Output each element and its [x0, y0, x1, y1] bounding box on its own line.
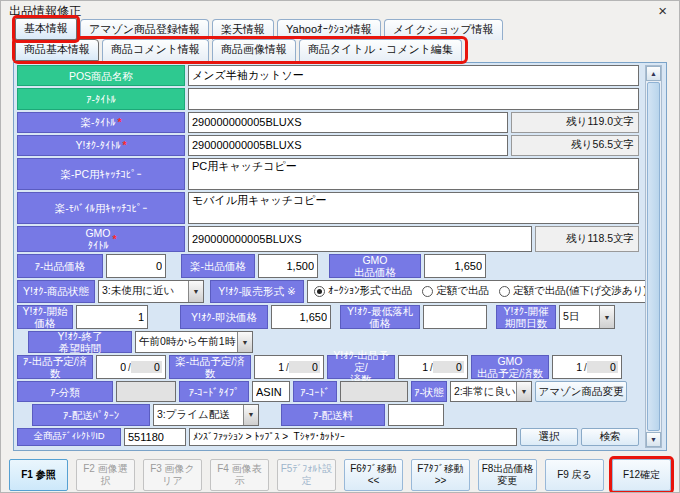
directory-id-input[interactable] [124, 428, 186, 446]
amazon-code-type-input[interactable] [252, 381, 290, 402]
yahoo-start-price-label: Y!ｵｸ-開始価格 [17, 305, 73, 329]
amazon-code-row: ｱ-分類 ｱ-ｺｰﾄﾞﾀｲﾌﾟ ｱ-ｺｰﾄﾞ ｱ-状態 2:非常に良い ▼ アマ… [17, 381, 639, 402]
gmo-price-input[interactable] [424, 254, 486, 278]
scrollbar-thumb[interactable] [647, 82, 660, 431]
f9-back-button[interactable]: F9 戻る [545, 459, 604, 491]
yahoo-done-input[interactable] [433, 361, 464, 373]
tab-product-image[interactable]: 商品画像情報 [212, 39, 296, 61]
amazon-shipping-fee-label: ｱ-配送料 [281, 404, 385, 425]
yahoo-auction-title-label: Y!ｵｸ-ﾀｲﾄﾙ* [17, 135, 185, 156]
amazon-price-input[interactable] [106, 254, 166, 278]
rakuten-planned-input[interactable] [255, 361, 286, 373]
scroll-up-button[interactable]: ▲ [646, 66, 661, 81]
f3-image-clear-button[interactable]: F3 画像クリア [143, 459, 202, 491]
gmo-title-input[interactable] [188, 226, 532, 252]
tab-yahoo-auction[interactable]: Yahooｵｰｸｼｮﾝ情報 [277, 19, 381, 40]
rakuten-price-input[interactable] [258, 254, 318, 278]
amazon-category-input[interactable] [116, 381, 176, 402]
gmo-done-input[interactable] [587, 361, 618, 373]
directory-path-input[interactable] [189, 428, 517, 446]
yahoo-auction-title-row: Y!ｵｸ-ﾀｲﾄﾙ* 残り56.5文字 [17, 135, 639, 156]
chevron-down-icon[interactable]: ▼ [243, 405, 258, 424]
pos-product-name-row: POS商品名称 [17, 65, 639, 86]
tab-product-comment[interactable]: 商品コメント情報 [102, 39, 209, 61]
yahoo-buyout-price-input[interactable] [271, 305, 331, 329]
amazon-done-input[interactable] [131, 361, 162, 373]
f6-tab-move-back-button[interactable]: F6ﾀﾌﾞ移動<< [344, 459, 403, 491]
radio-icon[interactable] [422, 286, 433, 297]
amazon-planned-label: ｱ-出品予定/済数 [17, 355, 93, 379]
pos-product-name-input[interactable] [188, 65, 639, 86]
fixed-price-negotiable-radio-option[interactable]: 定額で出品(値下げ交渉あり) [499, 284, 647, 298]
tab-basic-info[interactable]: 基本情報 [15, 18, 77, 40]
yahoo-condition-saletype-row: Y!ｵｸ-商品状態 3:未使用に近い ▼ Y!ｵｸ-販売形式 ※ ｵｰｸｼｮﾝ形… [17, 280, 639, 303]
tab-product-basic[interactable]: 商品基本情報 [15, 39, 99, 61]
yahoo-planned-pair: / [398, 355, 468, 379]
required-asterisk: * [122, 139, 126, 151]
fixed-price-radio-option[interactable]: 定額で出品 [422, 284, 489, 298]
amazon-shipping-pattern-select[interactable]: 3:プライム配送 ▼ [153, 404, 259, 425]
scroll-down-button[interactable]: ▼ [646, 432, 661, 447]
yahoo-start-price-input[interactable] [76, 305, 148, 329]
yahoo-prices-row: Y!ｵｸ-開始価格 Y!ｵｸ-即決価格 Y!ｵｸ-最低落札価格 Y!ｵｸ-開催期… [17, 305, 639, 329]
auction-format-radio-option[interactable]: ｵｰｸｼｮﾝ形式で出品 [314, 284, 412, 298]
tab-amazon-product-registration[interactable]: アマゾン商品登録情報 [80, 19, 209, 40]
required-asterisk: * [117, 116, 121, 128]
pos-product-name-label: POS商品名称 [17, 65, 185, 86]
tab-rakuten[interactable]: 楽天情報 [212, 19, 274, 40]
yahoo-min-bid-price-input[interactable] [423, 305, 487, 329]
yahoo-condition-select[interactable]: 3:未使用に近い ▼ [98, 280, 204, 303]
planned-counts-row: ｱ-出品予定/済数 / 楽-出品予定/済数 / Y!ｵｸ-出品予定/ 済数 / … [17, 355, 639, 379]
gmo-planned-input[interactable] [553, 361, 584, 373]
gmo-title-row: GMO ﾀｲﾄﾙ* 残り118.5文字 [17, 226, 639, 252]
yahoo-duration-days-select[interactable]: 5日 ▼ [559, 305, 615, 329]
f2-image-select-button[interactable]: F2 画像選択 [76, 459, 135, 491]
amazon-condition-label: ｱ-状態 [411, 381, 447, 402]
select-button[interactable]: 選択 [520, 428, 578, 446]
f12-confirm-button[interactable]: F12確定 [612, 459, 671, 491]
vertical-scrollbar[interactable]: ▲ ▼ [645, 65, 662, 448]
rakuten-pc-catchcopy-textarea[interactable]: PC用キャッチコピー [188, 158, 639, 190]
chevron-down-icon[interactable]: ▼ [188, 281, 203, 302]
rakuten-done-input[interactable] [289, 361, 320, 373]
yahoo-end-time-row: Y!ｵｸ-終了 希望時間 午前0時から午前1時 ▼ [17, 331, 639, 353]
rakuten-title-input[interactable] [188, 112, 508, 133]
rakuten-mobile-catchcopy-textarea[interactable]: モバイル用キャッチコピー [188, 192, 639, 224]
gmo-title-label: GMO ﾀｲﾄﾙ* [17, 226, 185, 252]
f5-default-settings-button[interactable]: F5ﾃﾞﾌｫﾙﾄ設定 [277, 459, 336, 491]
chevron-down-icon[interactable]: ▼ [516, 382, 531, 401]
search-button[interactable]: 検索 [581, 428, 639, 446]
yahoo-condition-label: Y!ｵｸ-商品状態 [17, 280, 95, 303]
gmo-planned-pair: / [552, 355, 622, 379]
chevron-down-icon[interactable]: ▼ [599, 306, 614, 328]
yahoo-end-time-select[interactable]: 午前0時から午前1時 ▼ [135, 331, 253, 353]
yahoo-planned-label: Y!ｵｸ-出品予定/ 済数 [327, 355, 395, 379]
rakuten-planned-label: 楽-出品予定/済数 [169, 355, 251, 379]
tab-makeshop[interactable]: メイクショップ情報 [384, 19, 503, 40]
f4-image-show-button[interactable]: F4 画像表示 [210, 459, 269, 491]
tab-product-title-comment-edit[interactable]: 商品タイトル・コメント編集 [299, 39, 462, 61]
amazon-title-input[interactable] [188, 88, 639, 109]
close-icon[interactable]: × [656, 4, 669, 18]
radio-icon[interactable] [499, 286, 510, 297]
window: { "colors": { "annotation_red": "#e8140c… [0, 0, 680, 493]
radio-selected-icon[interactable] [314, 286, 325, 297]
chevron-down-icon[interactable]: ▼ [237, 332, 252, 352]
rakuten-pc-catchcopy-label: 楽-PC用ｷｬｯﾁｺﾋﾟｰ [17, 158, 185, 190]
f1-reference-button[interactable]: F1 参照 [9, 459, 68, 491]
amazon-code-input[interactable] [340, 381, 408, 402]
f7-tab-move-forward-button[interactable]: F7ﾀﾌﾞ移動>> [411, 459, 470, 491]
tab-bar-main: 基本情報 アマゾン商品登録情報 楽天情報 Yahooｵｰｸｼｮﾝ情報 メイクショ… [1, 19, 679, 40]
amazon-condition-select[interactable]: 2:非常に良い ▼ [450, 381, 532, 402]
rakuten-mobile-catchcopy-row: 楽-ﾓﾊﾞｲﾙ用ｷｬｯﾁｺﾋﾟｰ モバイル用キャッチコピー [17, 192, 639, 224]
f8-price-change-button[interactable]: F8出品価格変更 [478, 459, 537, 491]
yahoo-auction-title-input[interactable] [188, 135, 508, 156]
yahoo-planned-input[interactable] [399, 361, 430, 373]
yahoo-min-bid-price-label: Y!ｵｸ-最低落札価格 [340, 305, 420, 329]
amazon-product-change-button[interactable]: アマゾン商品変更 [535, 381, 627, 402]
amazon-planned-input[interactable] [97, 361, 128, 373]
amazon-planned-pair: / [96, 355, 166, 379]
amazon-shipping-fee-input[interactable] [388, 404, 444, 425]
rakuten-title-row: 楽-ﾀｲﾄﾙ* 残り119.0文字 [17, 112, 639, 133]
yahoo-end-time-label: Y!ｵｸ-終了 希望時間 [28, 331, 132, 353]
